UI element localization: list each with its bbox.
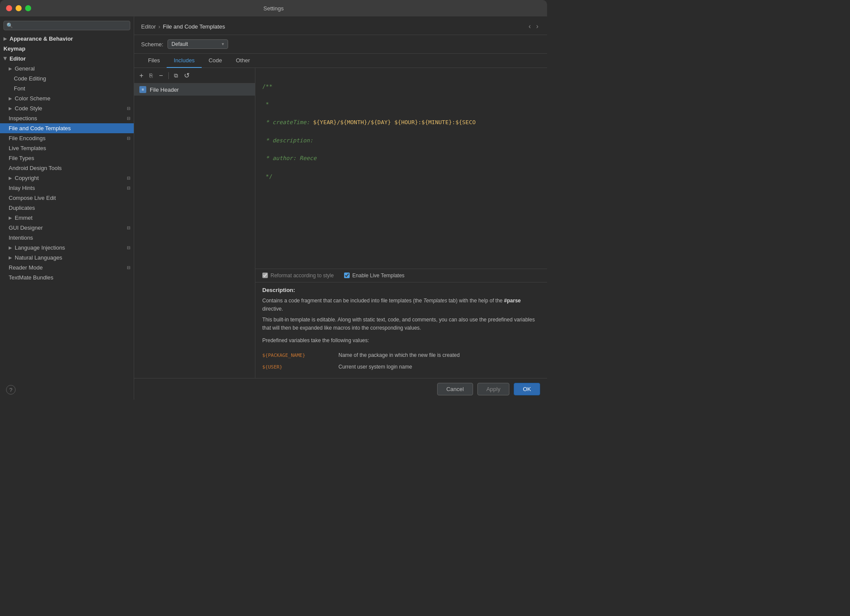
reformat-checkbox[interactable]	[262, 273, 268, 278]
sidebar: 🔍 ▶ Appearance & Behavior Keymap ▶ Edito…	[0, 16, 134, 400]
sidebar-item-label: Compose Live Edit	[9, 195, 56, 201]
badge-icon: ⊟	[127, 225, 130, 230]
breadcrumb: Editor › File and Code Templates ‹ ›	[134, 16, 547, 35]
main-container: 🔍 ▶ Appearance & Behavior Keymap ▶ Edito…	[0, 16, 547, 400]
sidebar-item-label: GUI Designer	[9, 225, 43, 231]
tab-other[interactable]: Other	[229, 54, 257, 68]
sidebar-item-label: Inspections	[9, 115, 37, 122]
var-row-package: ${PACKAGE_NAME} Name of the package in w…	[262, 350, 540, 361]
editor-panel: /** * * createTime: ${YEAR}/${MONTH}/${D…	[255, 68, 547, 378]
expand-icon: ▶	[9, 255, 12, 260]
template-item-file-header[interactable]: ≡ File Header	[134, 83, 255, 96]
tab-files[interactable]: Files	[141, 54, 167, 68]
scheme-label: Scheme:	[141, 41, 163, 48]
sidebar-item-appearance[interactable]: ▶ Appearance & Behavior	[0, 34, 134, 44]
reformat-checkbox-label[interactable]: Reformat according to style	[262, 273, 334, 279]
help-button[interactable]: ?	[6, 385, 16, 395]
window-title: Settings	[264, 5, 284, 12]
scheme-row: Scheme: Default Project	[134, 35, 547, 54]
vars-table: ${PACKAGE_NAME} Name of the package in w…	[262, 350, 540, 373]
sidebar-item-file-types[interactable]: File Types	[0, 153, 134, 163]
sidebar-item-label: Copyright	[15, 175, 39, 181]
sidebar-item-font[interactable]: Font	[0, 83, 134, 93]
live-templates-checkbox-label[interactable]: Enable Live Templates	[344, 273, 405, 279]
nav-forward-button[interactable]: ›	[534, 22, 540, 30]
description-text: Contains a code fragment that can be inc…	[262, 297, 540, 373]
ok-button[interactable]: OK	[514, 383, 540, 395]
sidebar-item-textmate-bundles[interactable]: TextMate Bundles	[0, 273, 134, 282]
sidebar-item-color-scheme[interactable]: ▶ Color Scheme	[0, 93, 134, 103]
live-templates-checkbox[interactable]	[344, 273, 350, 278]
duplicate-button[interactable]: ⧉	[172, 71, 180, 80]
apply-button[interactable]: Apply	[477, 383, 510, 395]
badge-icon: ⊟	[127, 106, 130, 111]
nav-back-button[interactable]: ‹	[527, 22, 532, 30]
sidebar-item-label: Live Templates	[9, 145, 46, 151]
nav-buttons: ‹ ›	[527, 22, 540, 30]
var-name-package: ${PACKAGE_NAME}	[262, 352, 332, 359]
traffic-lights	[6, 5, 31, 11]
split-area: + ⎘ − ⧉ ↺ ≡ File Header /** * * cr	[134, 68, 547, 378]
expand-icon: ▶	[3, 57, 8, 61]
sidebar-item-general[interactable]: ▶ General	[0, 64, 134, 74]
sidebar-item-gui-designer[interactable]: GUI Designer ⊟	[0, 223, 134, 233]
sidebar-item-code-style[interactable]: ▶ Code Style ⊟	[0, 103, 134, 113]
scheme-select[interactable]: Default Project	[167, 39, 228, 49]
sidebar-item-intentions[interactable]: Intentions	[0, 233, 134, 243]
sidebar-item-label: General	[15, 65, 35, 72]
minimize-button[interactable]	[16, 5, 22, 11]
var-name-user: ${USER}	[262, 363, 332, 371]
tab-code[interactable]: Code	[202, 54, 229, 68]
badge-icon: ⊟	[127, 265, 130, 270]
tab-includes[interactable]: Includes	[167, 54, 201, 68]
sidebar-item-duplicates[interactable]: Duplicates	[0, 203, 134, 213]
scheme-dropdown[interactable]: Default Project	[167, 39, 228, 49]
sidebar-item-android-design-tools[interactable]: Android Design Tools	[0, 163, 134, 173]
sidebar-item-file-and-code-templates[interactable]: File and Code Templates	[0, 123, 134, 133]
search-box[interactable]: 🔍	[3, 21, 130, 30]
code-editor[interactable]: /** * * createTime: ${YEAR}/${MONTH}/${D…	[255, 68, 547, 269]
maximize-button[interactable]	[25, 5, 31, 11]
code-line-3: * createTime: ${YEAR}/${MONTH}/${DAY} ${…	[262, 118, 540, 127]
expand-icon: ▶	[3, 36, 7, 41]
sidebar-item-copyright[interactable]: ▶ Copyright ⊟	[0, 173, 134, 183]
tabs-row: Files Includes Code Other	[134, 54, 547, 68]
sidebar-item-label: TextMate Bundles	[9, 274, 53, 281]
sidebar-item-reader-mode[interactable]: Reader Mode ⊟	[0, 263, 134, 273]
sidebar-item-label: Appearance & Behavior	[10, 35, 73, 42]
sidebar-item-compose-live-edit[interactable]: Compose Live Edit	[0, 193, 134, 203]
sidebar-item-keymap[interactable]: Keymap	[0, 44, 134, 54]
sidebar-item-inlay-hints[interactable]: Inlay Hints ⊟	[0, 183, 134, 193]
expand-icon: ▶	[9, 66, 12, 71]
remove-button[interactable]: −	[157, 71, 164, 80]
sidebar-item-label: File Types	[9, 155, 34, 161]
badge-icon: ⊟	[127, 116, 130, 121]
sidebar-item-label: File Encodings	[9, 135, 45, 141]
sidebar-item-emmet[interactable]: ▶ Emmet	[0, 213, 134, 223]
sidebar-item-language-injections[interactable]: ▶ Language Injections ⊟	[0, 243, 134, 253]
sidebar-item-editor[interactable]: ▶ Editor	[0, 54, 134, 64]
breadcrumb-current: File and Code Templates	[163, 23, 225, 30]
reset-button[interactable]: ↺	[182, 71, 191, 80]
sidebar-item-code-editing[interactable]: Code Editing	[0, 74, 134, 83]
sidebar-item-label: Keymap	[3, 45, 26, 52]
sidebar-item-live-templates[interactable]: Live Templates	[0, 143, 134, 153]
sidebar-item-file-encodings[interactable]: File Encodings ⊟	[0, 133, 134, 143]
search-input[interactable]	[15, 22, 127, 29]
sidebar-item-label: Code Editing	[14, 75, 46, 82]
search-icon: 🔍	[6, 22, 13, 29]
sidebar-item-inspections[interactable]: Inspections ⊟	[0, 113, 134, 123]
sidebar-item-label: Emmet	[15, 215, 32, 221]
copy-button[interactable]: ⎘	[148, 71, 155, 80]
sidebar-item-label: Editor	[10, 55, 26, 62]
cancel-button[interactable]: Cancel	[437, 383, 473, 395]
var-desc-user: Current user system login name	[338, 363, 412, 371]
code-line-5: * author: Reece	[262, 154, 540, 163]
sidebar-item-label: File and Code Templates	[9, 125, 71, 132]
title-bar: Settings	[0, 0, 547, 16]
add-button[interactable]: +	[138, 71, 145, 80]
badge-icon: ⊟	[127, 176, 130, 180]
close-button[interactable]	[6, 5, 12, 11]
code-line-6: */	[262, 172, 540, 181]
sidebar-item-natural-languages[interactable]: ▶ Natural Languages	[0, 253, 134, 263]
